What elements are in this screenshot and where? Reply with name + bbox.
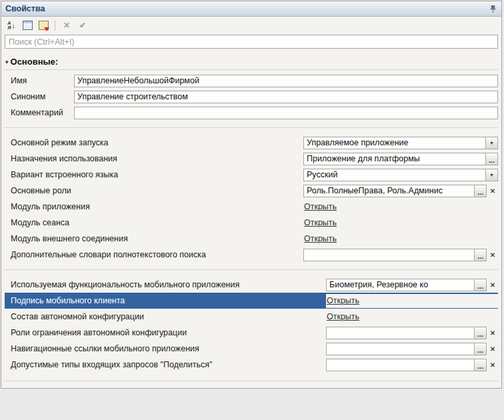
field-fulltext-dictionaries[interactable]: ...	[303, 249, 487, 261]
value-fulltext-dictionaries	[304, 249, 474, 261]
property-label-run-mode: Основной режим запуска	[5, 138, 303, 147]
choose-button-usage[interactable]: ...	[485, 153, 497, 165]
property-label-ext-connection-module: Модуль внешнего соединения	[5, 234, 303, 243]
open-link-ext-connection-module[interactable]: Открыть	[303, 234, 337, 243]
property-control-main-roles: Роль.ПолныеПрава, Роль.Админис...✕	[303, 184, 498, 198]
search-input[interactable]	[5, 35, 498, 49]
property-row-session-module[interactable]: Модуль сеансаОткрыть	[5, 215, 498, 231]
property-label-synonym: Синоним	[5, 92, 74, 101]
important-icon-glyph	[39, 21, 49, 30]
property-control-app-module: Открыть	[303, 200, 498, 214]
property-control-session-module: Открыть	[303, 216, 498, 230]
property-control-name	[74, 74, 498, 88]
property-row-synonym[interactable]: Синоним	[5, 89, 498, 105]
show-by-categories-icon[interactable]	[21, 19, 34, 31]
field-run-mode[interactable]: Управляемое приложение▼	[303, 137, 498, 149]
field-mobile-functionality[interactable]: Биометрия, Резервное ко...	[326, 279, 487, 291]
choose-button-fulltext-dictionaries[interactable]: ...	[474, 249, 486, 261]
value-mobile-functionality: Биометрия, Резервное ко	[327, 279, 474, 291]
clear-button-main-roles[interactable]: ✕	[487, 187, 498, 195]
group-mobile-fields: Используемая функциональность мобильного…	[5, 277, 498, 373]
property-row-mobile-client-signature[interactable]: Подпись мобильного клиентаОткрыть	[5, 293, 498, 309]
choose-button-share-request-types[interactable]: ...	[474, 359, 486, 371]
property-row-mobile-functionality[interactable]: Используемая функциональность мобильного…	[5, 277, 498, 293]
open-link-standalone-config[interactable]: Открыть	[326, 312, 359, 321]
choose-button-mobile-functionality[interactable]: ...	[474, 279, 486, 291]
field-comment[interactable]	[74, 107, 498, 119]
titlebar: Свойства	[1, 1, 501, 17]
property-row-standalone-config[interactable]: Состав автономной конфигурацииОткрыть	[5, 309, 498, 325]
group-separator	[5, 269, 498, 270]
property-row-usage[interactable]: Назначения использованияПриложение для п…	[5, 151, 498, 167]
value-mobile-nav-links	[327, 343, 474, 355]
property-row-standalone-roles[interactable]: Роли ограничения автономной конфигурации…	[5, 325, 498, 341]
property-control-standalone-roles: ...✕	[326, 326, 498, 340]
property-label-name: Имя	[5, 76, 74, 85]
property-control-mobile-nav-links: ...✕	[326, 342, 498, 356]
property-control-fulltext-dictionaries: ...✕	[303, 248, 498, 262]
field-standalone-roles[interactable]: ...	[326, 327, 487, 339]
property-row-share-request-types[interactable]: Допустимые типы входящих запросов "Подел…	[5, 357, 498, 373]
property-label-standalone-roles: Роли ограничения автономной конфигурации	[5, 328, 326, 337]
property-row-app-module[interactable]: Модуль приложенияОткрыть	[5, 199, 498, 215]
dropdown-button-run-mode[interactable]: ▼	[485, 137, 497, 149]
property-row-run-mode[interactable]: Основной режим запускаУправляемое прилож…	[5, 135, 498, 151]
clear-button-standalone-roles[interactable]: ✕	[487, 329, 498, 337]
dropdown-button-language[interactable]: ▼	[485, 169, 497, 181]
toolbar: А Я ↓ ✕ ✔	[1, 17, 501, 33]
sort-alphabetical-icon[interactable]: А Я ↓	[5, 19, 18, 31]
sort-arrow: ↓	[11, 21, 15, 29]
property-control-usage: Приложение для платформы...	[303, 152, 498, 166]
show-important-only-icon[interactable]	[37, 19, 50, 31]
expander-icon: ▾	[5, 59, 9, 65]
field-synonym[interactable]	[74, 91, 498, 103]
group-separator	[5, 127, 498, 128]
property-row-ext-connection-module[interactable]: Модуль внешнего соединенияОткрыть	[5, 231, 498, 247]
property-row-mobile-nav-links[interactable]: Навигационные ссылки мобильного приложен…	[5, 341, 498, 357]
pin-icon[interactable]	[488, 4, 497, 13]
property-label-app-module: Модуль приложения	[5, 202, 303, 211]
choose-button-main-roles[interactable]: ...	[474, 185, 486, 197]
delete-icon[interactable]: ✕	[60, 19, 73, 31]
open-link-session-module[interactable]: Открыть	[303, 218, 337, 227]
value-share-request-types	[327, 359, 474, 371]
choose-button-mobile-nav-links[interactable]: ...	[474, 343, 486, 355]
confirm-icon[interactable]: ✔	[76, 19, 89, 31]
clear-button-mobile-functionality[interactable]: ✕	[487, 281, 498, 289]
property-label-comment: Комментарий	[5, 108, 74, 117]
clear-button-share-request-types[interactable]: ✕	[487, 361, 498, 369]
property-control-standalone-config: Открыть	[326, 310, 498, 324]
confirm-icon-glyph: ✔	[79, 21, 86, 30]
field-usage[interactable]: Приложение для платформы...	[303, 153, 498, 165]
property-row-comment[interactable]: Комментарий	[5, 105, 498, 121]
choose-button-standalone-roles[interactable]: ...	[474, 327, 486, 339]
group-main-fields: ИмяСинонимКомментарий	[5, 73, 498, 121]
open-link-mobile-client-signature[interactable]: Открыть	[326, 296, 359, 305]
property-label-language: Вариант встроенного языка	[5, 170, 303, 179]
property-label-session-module: Модуль сеанса	[5, 218, 303, 227]
property-row-fulltext-dictionaries[interactable]: Дополнительные словари полнотекстового п…	[5, 247, 498, 263]
property-label-share-request-types: Допустимые типы входящих запросов "Подел…	[5, 360, 326, 369]
field-language[interactable]: Русский▼	[303, 169, 498, 181]
open-link-app-module[interactable]: Открыть	[303, 202, 337, 211]
property-label-fulltext-dictionaries: Дополнительные словари полнотекстового п…	[5, 250, 303, 259]
property-control-language: Русский▼	[303, 168, 498, 182]
clear-button-mobile-nav-links[interactable]: ✕	[487, 345, 498, 353]
search-area	[1, 33, 501, 53]
field-share-request-types[interactable]: ...	[326, 359, 487, 371]
value-standalone-roles	[327, 327, 474, 339]
categories-icon-glyph	[23, 21, 33, 30]
sort-letter-bottom: Я	[7, 25, 11, 30]
property-row-main-roles[interactable]: Основные ролиРоль.ПолныеПрава, Роль.Адми…	[5, 183, 498, 199]
property-row-language[interactable]: Вариант встроенного языкаРусский▼	[5, 167, 498, 183]
clear-button-fulltext-dictionaries[interactable]: ✕	[487, 251, 498, 259]
field-name[interactable]	[74, 75, 498, 87]
section-header-main[interactable]: ▾ Основные:	[5, 54, 498, 70]
sort-icon-glyph: А Я ↓	[7, 21, 15, 30]
property-label-standalone-config: Состав автономной конфигурации	[5, 312, 326, 321]
group-separator	[5, 381, 498, 381]
value-usage: Приложение для платформы	[304, 153, 485, 165]
property-row-name[interactable]: Имя	[5, 73, 498, 89]
field-mobile-nav-links[interactable]: ...	[326, 343, 487, 355]
field-main-roles[interactable]: Роль.ПолныеПрава, Роль.Админис...	[303, 185, 487, 197]
